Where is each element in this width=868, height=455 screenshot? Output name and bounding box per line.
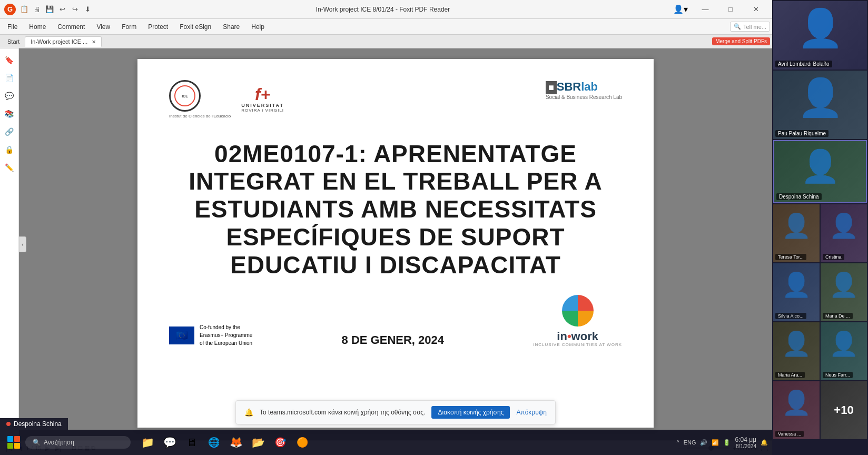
eu-logo: 🇪🇺 Co-funded by the Erasmus+ Programme o… — [169, 323, 252, 347]
sidebar-security-icon[interactable]: 🔒 — [2, 142, 17, 157]
taskbar-volume-icon[interactable]: 🔊 — [700, 439, 707, 446]
menu-protect[interactable]: Protect — [143, 21, 173, 33]
window-controls: 👤▾ — □ ✕ — [673, 2, 768, 17]
icon-print[interactable]: 🖨 — [32, 4, 42, 15]
icon-clipboard[interactable]: 📋 — [19, 4, 29, 15]
video-tile-cristina: 👤 Cristina — [821, 204, 867, 262]
participant-avatar-silvia: 👤 — [773, 263, 820, 299]
taskbar-clock: 6:04 μμ 8/1/2024 — [735, 436, 756, 449]
taskbar-app-chat[interactable]: 💬 — [159, 432, 180, 453]
notification-message: Το teams.microsoft.com κάνει κοινή χρήση… — [260, 409, 425, 416]
icon-undo[interactable]: ↩ — [57, 4, 67, 15]
participant-avatar-neus: 👤 — [821, 322, 867, 358]
search-placeholder: Tell me... — [743, 24, 766, 30]
sidebar-attach-icon[interactable]: 🔗 — [2, 124, 17, 139]
menu-home[interactable]: Home — [24, 21, 51, 33]
title-bar: G 📋 🖨 💾 ↩ ↪ ⬇ In-Work project ICE 8/01/2… — [0, 0, 772, 19]
minimize-button[interactable]: — — [693, 2, 717, 17]
participant-avatar-vanessa: 👤 — [773, 381, 820, 417]
icon-save[interactable]: 💾 — [44, 4, 55, 15]
icon-redo[interactable]: ↪ — [70, 4, 80, 15]
participant-avatar-despoina: 👤 — [774, 141, 866, 185]
menu-help[interactable]: Help — [246, 21, 270, 33]
taskbar-app-foxit[interactable]: 🟠 — [292, 432, 313, 453]
taskbar-network-icon[interactable]: 📶 — [712, 439, 719, 446]
participant-name-neus: Neus Farr... — [823, 372, 853, 378]
inwork-brand: in•work — [533, 331, 622, 342]
menu-foxit-esign[interactable]: Foxit eSign — [174, 21, 216, 33]
video-tile-pau: 👤 Pau Palau Riquelme — [773, 71, 867, 139]
participant-avatar-maria-de: 👤 — [821, 263, 867, 299]
start-button[interactable] — [4, 433, 23, 452]
participant-name-teresa: Teresa Tor... — [775, 254, 806, 260]
taskbar-app-desktop[interactable]: 🖥 — [181, 432, 202, 453]
menu-file[interactable]: File — [2, 21, 23, 33]
logo-ice: ICE Institut de Ciències de l'Educació — [169, 80, 231, 119]
sidebar-collapse-button[interactable]: ‹ — [19, 236, 26, 252]
logo-sbr: ■ SBRlab Social & Business Research Lab — [546, 80, 622, 100]
tab-close-button[interactable]: ✕ — [92, 39, 96, 45]
video-tile-maria-de: 👤 Maria De ... — [821, 263, 867, 321]
sidebar-comment-icon[interactable]: 💬 — [2, 88, 17, 103]
tab-document[interactable]: In-Work project ICE ... ✕ — [25, 36, 102, 47]
left-sidebar: 🔖 📄 💬 📚 🔗 🔒 ✏️ — [0, 48, 19, 440]
logo-urv-line2: ROVIRA i VIRGILI — [241, 108, 284, 113]
maximize-button[interactable]: □ — [718, 2, 743, 17]
pdf-viewer[interactable]: ICE Institut de Ciències de l'Educació f… — [19, 48, 772, 440]
menu-share[interactable]: Share — [218, 21, 245, 33]
sidebar-sign-icon[interactable]: ✏️ — [2, 160, 17, 175]
taskbar: 🔍 Αναζήτηση 📁 💬 🖥 🌐 🦊 📂 🎯 🟠 ^ ENG 🔊 📶 🔋 … — [0, 430, 772, 455]
video-row-4: 👤 Vanessa ... +10 — [773, 381, 867, 439]
tab-start[interactable]: Start — [2, 37, 25, 46]
taskbar-notification-button[interactable]: 🔔 — [761, 439, 768, 446]
taskbar-app-teams[interactable]: 🎯 — [270, 432, 291, 453]
video-row-3: 👤 Maria Ara... 👤 Neus Farr... — [773, 322, 867, 380]
pdf-date: 8 DE GENER, 2024 — [342, 333, 444, 347]
inwork-logo: in•work INCLUSIVE COMMUNITIES AT WORK — [533, 295, 622, 347]
taskbar-app-firefox[interactable]: 🦊 — [225, 432, 246, 453]
taskbar-app-edge[interactable]: 🌐 — [203, 432, 224, 453]
participant-name-vanessa: Vanessa ... — [775, 431, 804, 437]
tab-bar: Start In-Work project ICE ... ✕ Merge an… — [0, 35, 772, 48]
video-tile-avril: 👤 Avril Lombardi Bolaño — [773, 1, 867, 70]
participant-avatar-cristina: 👤 — [821, 204, 867, 240]
pdf-main-title: 02ME0107-1: APRENENTATGE INTEGRAT EN EL … — [169, 140, 622, 279]
eu-text: Co-funded by the Erasmus+ Programme of t… — [200, 323, 252, 347]
menu-form[interactable]: Form — [116, 21, 142, 33]
account-icon[interactable]: 👤▾ — [673, 4, 688, 14]
stop-sharing-button[interactable]: Διακοπή κοινής χρήσης — [431, 406, 510, 419]
participant-name-avril: Avril Lombardi Bolaño — [775, 61, 832, 67]
search-box[interactable]: 🔍 Tell me... — [730, 22, 770, 32]
sidebar-layers-icon[interactable]: 📚 — [2, 106, 17, 121]
taskbar-apps: 📁 💬 🖥 🌐 🦊 📂 🎯 🟠 — [137, 432, 313, 453]
participant-name-cristina: Cristina — [823, 254, 844, 260]
hide-button[interactable]: Απόκρυψη — [516, 409, 547, 416]
menu-comment[interactable]: Comment — [52, 21, 90, 33]
toolbar-icons: 📋 🖨 💾 ↩ ↪ ⬇ — [19, 4, 93, 15]
pdf-page: ICE Institut de Ciències de l'Educació f… — [137, 59, 654, 428]
windows-logo — [7, 436, 20, 449]
eu-flag: 🇪🇺 — [169, 327, 194, 344]
taskbar-chevron[interactable]: ^ — [676, 439, 679, 446]
search-icon-taskbar: 🔍 — [33, 439, 41, 446]
tab-merge-button[interactable]: Merge and Split PDFs — [712, 37, 770, 45]
video-tile-maria-ara: 👤 Maria Ara... — [773, 322, 820, 380]
menu-bar: File Home Comment View Form Protect Foxi… — [0, 19, 772, 35]
taskbar-search[interactable]: 🔍 Αναζήτηση — [25, 436, 131, 449]
video-tile-teresa: 👤 Teresa Tor... — [773, 204, 820, 262]
close-button[interactable]: ✕ — [744, 2, 768, 17]
taskbar-app-folder[interactable]: 📁 — [137, 432, 158, 453]
screen-share-dot — [6, 422, 11, 426]
sidebar-pages-icon[interactable]: 📄 — [2, 71, 17, 85]
participant-name-despoina: Despoina Schina — [776, 193, 822, 200]
icon-dropdown[interactable]: ⬇ — [82, 4, 93, 15]
taskbar-app-files[interactable]: 📂 — [248, 432, 269, 453]
search-text: Αναζήτηση — [44, 439, 74, 446]
logo-urv: f+ UNIVERSITAT ROVIRA i VIRGILI — [241, 86, 284, 113]
video-row-2: 👤 Silvia Alco... 👤 Maria De ... — [773, 263, 867, 321]
video-panel: 👤 Avril Lombardi Bolaño 👤 Pau Palau Riqu… — [772, 0, 868, 455]
sidebar-bookmark-icon[interactable]: 🔖 — [2, 53, 17, 67]
menu-view[interactable]: View — [91, 21, 115, 33]
participant-avatar-pau: 👤 — [773, 71, 867, 119]
participant-avatar-avril: 👤 — [773, 1, 867, 50]
